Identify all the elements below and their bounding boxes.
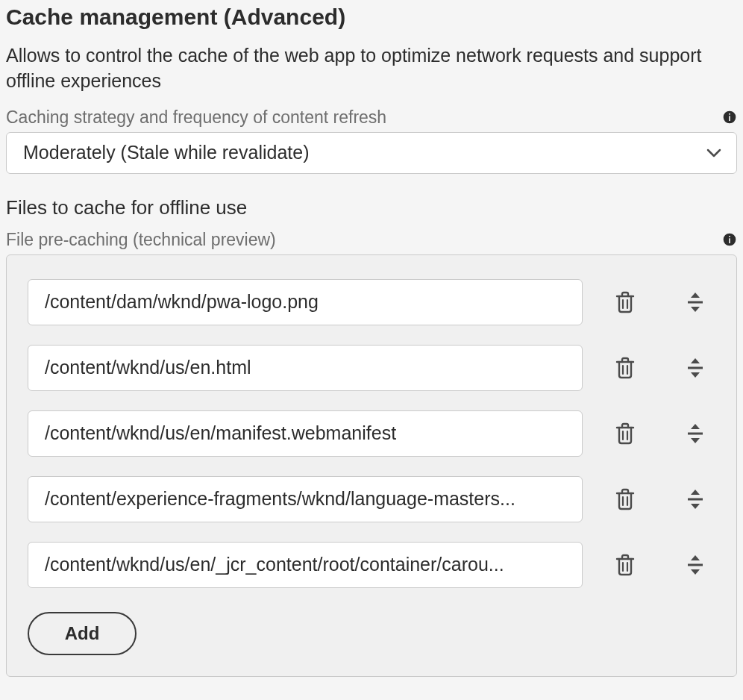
info-icon[interactable] <box>722 110 737 125</box>
trash-icon[interactable] <box>612 355 638 381</box>
file-path-input[interactable]: /content/experience-fragments/wknd/langu… <box>28 476 583 522</box>
section-title: Cache management (Advanced) <box>6 4 737 30</box>
caching-strategy-select[interactable]: Moderately (Stale while revalidate) <box>6 132 737 174</box>
reorder-icon[interactable] <box>683 355 708 381</box>
reorder-icon[interactable] <box>683 421 708 446</box>
reorder-icon[interactable] <box>683 552 708 578</box>
pre-caching-multifield: /content/dam/wknd/pwa-logo.png /content/… <box>6 254 737 677</box>
multifield-row: /content/wknd/us/en.html <box>28 345 715 391</box>
row-actions <box>612 290 715 315</box>
file-path-input[interactable]: /content/wknd/us/en.html <box>28 345 583 391</box>
files-heading: Files to cache for offline use <box>6 196 737 219</box>
trash-icon[interactable] <box>612 421 638 446</box>
row-actions <box>612 487 715 512</box>
row-actions <box>612 421 715 446</box>
info-icon[interactable] <box>722 232 737 247</box>
row-actions <box>612 355 715 381</box>
chevron-down-icon <box>705 144 723 162</box>
reorder-icon[interactable] <box>683 487 708 512</box>
reorder-icon[interactable] <box>683 290 708 315</box>
trash-icon[interactable] <box>612 290 638 315</box>
section-description: Allows to control the cache of the web a… <box>6 43 737 94</box>
multifield-row: /content/wknd/us/en/manifest.webmanifest <box>28 410 715 457</box>
file-path-input[interactable]: /content/wknd/us/en/manifest.webmanifest <box>28 410 583 457</box>
caching-strategy-label: Caching strategy and frequency of conten… <box>6 107 386 128</box>
file-path-input[interactable]: /content/dam/wknd/pwa-logo.png <box>28 279 583 325</box>
multifield-row: /content/dam/wknd/pwa-logo.png <box>28 279 715 325</box>
trash-icon[interactable] <box>612 552 638 578</box>
pre-caching-label: File pre-caching (technical preview) <box>6 230 276 250</box>
multifield-row: /content/experience-fragments/wknd/langu… <box>28 476 715 522</box>
add-button[interactable]: Add <box>28 612 137 655</box>
caching-strategy-value: Moderately (Stale while revalidate) <box>23 142 310 163</box>
row-actions <box>612 552 715 578</box>
file-path-input[interactable]: /content/wknd/us/en/_jcr_content/root/co… <box>28 542 583 588</box>
trash-icon[interactable] <box>612 487 638 512</box>
multifield-row: /content/wknd/us/en/_jcr_content/root/co… <box>28 542 715 588</box>
